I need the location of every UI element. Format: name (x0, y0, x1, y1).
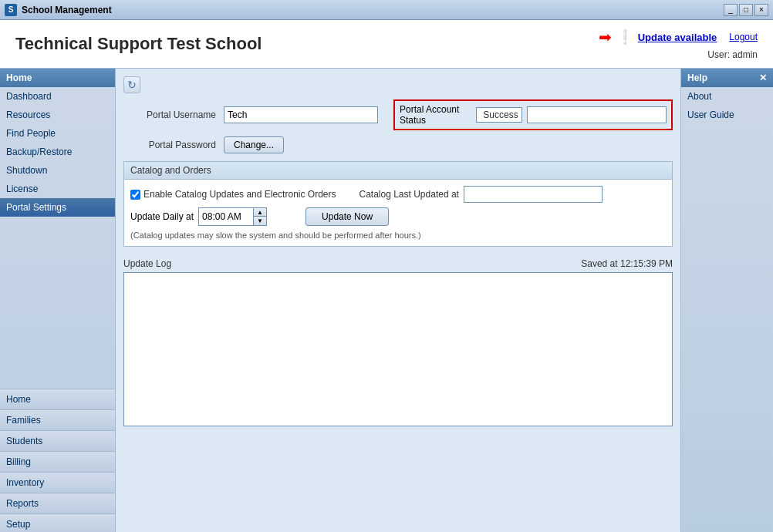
catalog-section: Catalog and Orders Enable Catalog Update… (123, 161, 673, 247)
sidebar-bottom: Home Families Students Billing Inventory… (0, 389, 115, 532)
warning-icon: ❕ (616, 29, 633, 45)
time-input[interactable] (199, 208, 253, 225)
sidebar-item-license[interactable]: License (0, 180, 115, 198)
title-bar-controls: _ □ × (724, 4, 768, 16)
help-user-guide-item[interactable]: User Guide (681, 106, 773, 124)
catalog-header: Catalog and Orders (124, 162, 672, 180)
app-icon: S (5, 4, 17, 16)
update-log-section: Update Log Saved at 12:15:39 PM (123, 258, 673, 426)
maximize-button[interactable]: □ (739, 4, 753, 16)
catalog-last-updated-input[interactable] (464, 186, 603, 203)
time-up-button[interactable]: ▲ (254, 208, 266, 217)
user-info: User: admin (707, 49, 758, 60)
catalog-row-1: Enable Catalog Updates and Electronic Or… (130, 186, 666, 203)
content-area: ↻ Portal Username Portal Account Status … (116, 69, 680, 532)
time-down-button[interactable]: ▼ (254, 217, 266, 225)
title-bar-left: S School Management (5, 4, 112, 16)
title-bar: S School Management _ □ × (0, 0, 773, 20)
main-layout: Home Dashboard Resources Find People Bac… (0, 69, 773, 532)
sidebar-bottom-home[interactable]: Home (0, 389, 115, 409)
app-header: Technical Support Test School ➡ ❕ Update… (0, 20, 773, 69)
update-log-textarea[interactable] (126, 274, 670, 424)
sidebar-bottom-inventory[interactable]: Inventory (0, 472, 115, 493)
enable-catalog-checkbox[interactable] (130, 190, 140, 200)
sidebar-section-header: Home (0, 69, 115, 87)
sidebar-item-find-people[interactable]: Find People (0, 124, 115, 143)
arrow-icon: ➡ (599, 28, 612, 46)
portal-account-status-container: Portal Account Status Success (393, 99, 673, 130)
title-bar-title: School Management (22, 5, 112, 15)
help-close-icon[interactable]: ✕ (759, 72, 767, 83)
sidebar-item-resources[interactable]: Resources (0, 106, 115, 124)
logout-link[interactable]: Logout (729, 32, 758, 42)
update-log-header: Update Log Saved at 12:15:39 PM (123, 258, 673, 269)
app-title: Technical Support Test School (15, 34, 262, 54)
update-now-button[interactable]: Update Now (305, 207, 389, 226)
sidebar-item-portal-settings[interactable]: Portal Settings (0, 198, 115, 217)
minimize-button[interactable]: _ (724, 4, 738, 16)
sidebar-item-shutdown[interactable]: Shutdown (0, 161, 115, 180)
portal-username-label: Portal Username (123, 109, 216, 120)
sidebar-bottom-families[interactable]: Families (0, 409, 115, 430)
sidebar-item-backup-restore[interactable]: Backup/Restore (0, 143, 115, 161)
time-picker: ▲ ▼ (198, 207, 267, 226)
catalog-body: Enable Catalog Updates and Electronic Or… (124, 180, 672, 246)
enable-catalog-label[interactable]: Enable Catalog Updates and Electronic Or… (130, 189, 336, 200)
change-password-button[interactable]: Change... (224, 136, 284, 153)
update-log-title: Update Log (123, 258, 171, 269)
sidebar-bottom-reports[interactable]: Reports (0, 493, 115, 513)
refresh-button[interactable]: ↻ (123, 76, 140, 93)
sidebar-bottom-setup[interactable]: Setup (0, 513, 115, 532)
sidebar-bottom-students[interactable]: Students (0, 430, 115, 451)
sidebar: Home Dashboard Resources Find People Bac… (0, 69, 116, 532)
update-log-box (123, 272, 673, 426)
catalog-last-updated: Catalog Last Updated at (359, 186, 602, 203)
sidebar-bottom-billing[interactable]: Billing (0, 451, 115, 472)
sidebar-item-dashboard[interactable]: Dashboard (0, 87, 115, 106)
help-panel-header: Help ✕ (681, 69, 773, 87)
time-spinner: ▲ ▼ (253, 208, 266, 225)
update-available-row: ➡ ❕ Update available Logout (599, 28, 758, 46)
portal-password-label: Portal Password (123, 140, 216, 150)
portal-content: ↻ Portal Username Portal Account Status … (116, 69, 680, 532)
help-panel: Help ✕ About User Guide (680, 69, 773, 532)
portal-account-status-label: Portal Account Status (400, 104, 471, 126)
update-available-link[interactable]: Update available (638, 32, 717, 43)
portal-password-row: Portal Password Change... (123, 136, 673, 153)
header-right: ➡ ❕ Update available Logout User: admin (599, 28, 758, 60)
help-about-item[interactable]: About (681, 87, 773, 106)
close-button[interactable]: × (754, 4, 768, 16)
catalog-row-2: Update Daily at ▲ ▼ Update Now (130, 207, 666, 226)
update-log-saved: Saved at 12:15:39 PM (581, 258, 673, 269)
catalog-note: (Catalog updates may slow the system and… (130, 231, 666, 240)
portal-username-row: Portal Username Portal Account Status Su… (123, 99, 673, 130)
portal-account-status-input[interactable] (527, 106, 667, 123)
username-form-row: Portal Username (123, 106, 378, 123)
portal-account-status-value: Success (476, 107, 522, 123)
update-daily-row: Update Daily at ▲ ▼ (130, 207, 267, 226)
portal-username-input[interactable] (224, 106, 378, 123)
